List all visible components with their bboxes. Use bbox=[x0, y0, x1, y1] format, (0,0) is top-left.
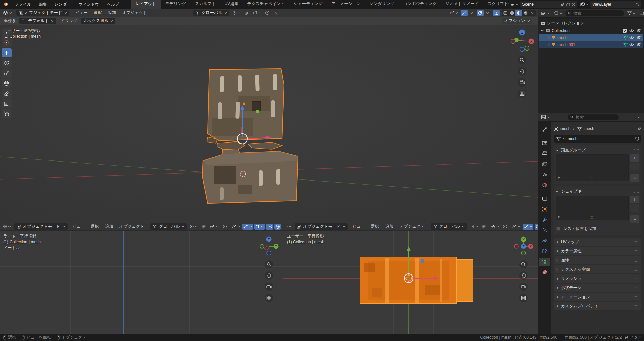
shading-rendered-button[interactable] bbox=[522, 10, 529, 16]
editor-type-button[interactable] bbox=[2, 10, 13, 16]
render-camera-icon[interactable] bbox=[637, 36, 641, 39]
menu-viewport-add[interactable]: 追加 bbox=[103, 223, 115, 230]
tab-layout[interactable]: レイアウト bbox=[131, 0, 161, 9]
tool-cursor[interactable] bbox=[2, 38, 12, 47]
list-filter-disclosure[interactable]: ▶ bbox=[558, 176, 560, 179]
outliner-row-mesh-001[interactable]: mesh.001 bbox=[539, 41, 643, 48]
breadcrumb-data-name[interactable]: mesh bbox=[584, 126, 594, 131]
editor-type-button[interactable] bbox=[286, 224, 292, 230]
transform-orientation-select[interactable]: グローバル bbox=[150, 223, 187, 230]
panel-remesh[interactable]: リメッシュ :::: bbox=[554, 274, 641, 283]
panel-animation[interactable]: アニメーション :::: bbox=[554, 293, 641, 301]
tool-annotate[interactable] bbox=[2, 89, 12, 98]
vertex-group-remove-button[interactable]: − bbox=[630, 163, 639, 170]
perspective-toggle-button[interactable] bbox=[518, 90, 526, 98]
breadcrumb-object-name[interactable]: mesh bbox=[560, 126, 570, 131]
mesh-name-field[interactable]: mesh bbox=[554, 135, 641, 143]
shape-key-remove-button[interactable]: − bbox=[630, 204, 639, 212]
overlays-toggle[interactable] bbox=[477, 10, 484, 16]
snap-target-select[interactable] bbox=[252, 10, 262, 16]
shape-key-specials-button[interactable] bbox=[630, 215, 639, 223]
gizmo-plane-handle[interactable] bbox=[421, 259, 424, 263]
tab-modifiers[interactable] bbox=[539, 215, 550, 224]
menu-viewport-add[interactable]: 追加 bbox=[383, 223, 396, 230]
scene-browse-button[interactable] bbox=[509, 1, 519, 7]
camera-view-button[interactable] bbox=[519, 283, 528, 291]
perspective-toggle-button[interactable] bbox=[265, 294, 273, 302]
hide-eye-icon[interactable] bbox=[629, 29, 634, 32]
object-origin-dot[interactable] bbox=[243, 103, 245, 105]
gizmo-plane-handle[interactable] bbox=[256, 110, 259, 113]
visibility-dropdown[interactable] bbox=[448, 10, 459, 16]
tab-compositing[interactable]: コンポジティング bbox=[399, 0, 441, 9]
view-layer-name[interactable]: ViewLayer bbox=[592, 2, 633, 7]
tab-material[interactable] bbox=[539, 268, 550, 277]
panel-drag-handle[interactable]: :::: bbox=[633, 268, 639, 271]
pivot-point-button[interactable] bbox=[469, 224, 479, 230]
tab-shading[interactable]: シェーディング bbox=[289, 0, 327, 9]
tab-animation[interactable]: アニメーション bbox=[327, 0, 365, 9]
proportional-falloff-select[interactable] bbox=[273, 10, 283, 16]
hide-eye-icon[interactable] bbox=[629, 36, 634, 39]
tool-rotate[interactable] bbox=[2, 58, 12, 68]
blender-logo-icon[interactable] bbox=[3, 2, 9, 7]
tab-scene[interactable] bbox=[539, 170, 550, 179]
mesh-object-lower[interactable] bbox=[202, 146, 298, 203]
options-dropdown[interactable]: オプション bbox=[502, 18, 532, 24]
zoom-button[interactable] bbox=[519, 260, 528, 268]
pivot-point-button[interactable] bbox=[188, 224, 199, 230]
menu-help[interactable]: ヘルプ bbox=[104, 0, 122, 9]
pin-icon[interactable] bbox=[637, 127, 641, 131]
panel-drag-handle[interactable]: :::: bbox=[633, 286, 639, 290]
unlink-scene-icon[interactable] bbox=[572, 3, 575, 6]
panel-shape-keys-header[interactable]: シェイプキー :::: bbox=[556, 188, 639, 195]
panel-vertex-groups-header[interactable]: 頂点グループ :::: bbox=[556, 146, 639, 154]
mode-select[interactable]: オブジェクトモード bbox=[14, 223, 67, 230]
mode-select[interactable]: オブジェクトモード bbox=[16, 10, 69, 16]
shading-solid-button[interactable] bbox=[509, 10, 515, 16]
orientation-gizmo[interactable]: Z X bbox=[510, 29, 534, 53]
hide-eye-icon[interactable] bbox=[629, 43, 634, 46]
gizmos-toggle[interactable] bbox=[242, 224, 253, 230]
menu-file[interactable]: ファイル bbox=[12, 0, 34, 9]
shading-material-button[interactable] bbox=[515, 10, 522, 16]
shield-icon[interactable] bbox=[635, 137, 639, 141]
shading-wireframe-button[interactable] bbox=[274, 224, 281, 230]
menu-viewport-object[interactable]: オブジェクト bbox=[397, 223, 427, 230]
menu-viewport-object[interactable]: オブジェクト bbox=[117, 223, 147, 230]
visibility-dropdown[interactable] bbox=[231, 224, 241, 230]
properties-options-dropdown[interactable] bbox=[635, 114, 642, 120]
tab-constraints[interactable] bbox=[539, 247, 550, 255]
panel-drag-handle[interactable]: :::: bbox=[633, 295, 639, 299]
snap-target-select[interactable] bbox=[489, 224, 500, 230]
mesh-object-upper[interactable] bbox=[208, 69, 284, 141]
menu-viewport-object[interactable]: オブジェクト bbox=[120, 9, 150, 17]
tab-collection[interactable] bbox=[539, 194, 550, 203]
pan-button[interactable] bbox=[518, 67, 526, 75]
visibility-dropdown[interactable] bbox=[511, 224, 521, 230]
menu-viewport-view[interactable]: ビュー bbox=[350, 223, 367, 230]
tab-geometry-nodes[interactable]: ジオメトリノード bbox=[441, 0, 483, 9]
list-filter-disclosure[interactable]: ▶ bbox=[558, 215, 560, 219]
tab-sculpting[interactable]: スカルプト bbox=[190, 0, 220, 9]
outliner-search[interactable] bbox=[565, 10, 624, 16]
gizmos-toggle[interactable] bbox=[461, 10, 468, 16]
menu-viewport-select[interactable]: 選択 bbox=[88, 223, 101, 230]
scene-name[interactable]: Scene bbox=[522, 2, 558, 7]
gizmos-dropdown[interactable] bbox=[468, 10, 475, 16]
coord-system-select[interactable]: デフォルト bbox=[19, 18, 56, 24]
snap-toggle[interactable] bbox=[243, 10, 250, 16]
tab-particles[interactable] bbox=[539, 226, 550, 234]
tab-view-layer[interactable] bbox=[539, 160, 550, 168]
overlays-toggle[interactable] bbox=[535, 224, 538, 230]
xray-toggle[interactable] bbox=[266, 224, 273, 230]
proportional-editing-toggle[interactable] bbox=[264, 10, 271, 16]
overlays-dropdown[interactable] bbox=[484, 10, 491, 16]
shading-dropdown[interactable] bbox=[529, 10, 536, 16]
view-layer-browse-button[interactable] bbox=[579, 1, 590, 7]
menu-viewport-view[interactable]: ビュー bbox=[70, 223, 87, 230]
tool-transform[interactable] bbox=[2, 79, 12, 88]
pivot-point-button[interactable] bbox=[231, 10, 241, 16]
vertex-groups-list[interactable]: ▶ :::: bbox=[556, 154, 629, 181]
menu-viewport-select[interactable]: 選択 bbox=[369, 223, 382, 230]
